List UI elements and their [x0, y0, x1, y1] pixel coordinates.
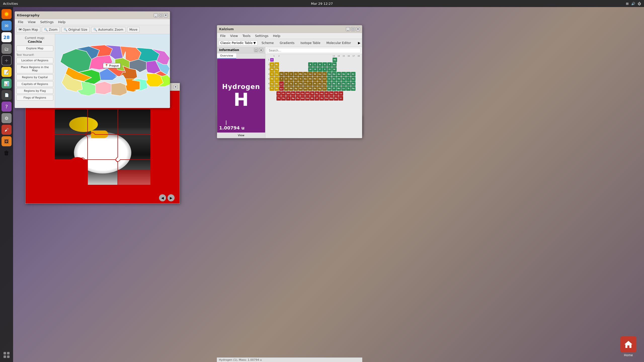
jigsaw-close-btn[interactable]: ✕	[174, 85, 178, 89]
kalzium-menu-tools[interactable]: Tools	[240, 33, 253, 38]
elem-U[interactable]: U	[286, 96, 291, 101]
elem-Bh[interactable]: Bh	[298, 86, 303, 91]
kgeo-map-area[interactable]: 📍 Prague	[55, 34, 170, 108]
kalzium-tab-isotope[interactable]: Isotope Table	[299, 40, 323, 46]
elem-Ac[interactable]: Ac*	[279, 86, 284, 91]
elem-Hs[interactable]: Hs	[303, 86, 308, 91]
elem-N[interactable]: N	[318, 62, 322, 67]
elem-Ho[interactable]: Ho	[319, 91, 324, 96]
dock-green-app[interactable]: 📊	[2, 78, 12, 88]
kgeo-menu-view[interactable]: View	[26, 20, 38, 24]
elem-Pt[interactable]: Pt	[313, 81, 317, 86]
elem-Es[interactable]: Es	[319, 96, 324, 101]
kgeo-explore-map-btn[interactable]: Explore Map	[16, 46, 53, 51]
jigsaw-prev-btn[interactable]: ◀	[159, 194, 166, 201]
elem-Pd[interactable]: Pd	[313, 77, 317, 81]
elem-Nh[interactable]: Nh	[327, 86, 332, 91]
dock-files[interactable]: 🗂	[2, 44, 12, 54]
elem-Nd[interactable]: Nd	[286, 91, 291, 96]
elem-Xe[interactable]: Xe	[351, 77, 355, 81]
elem-Ra[interactable]: Ra	[274, 86, 279, 91]
dock-firefox[interactable]	[2, 9, 12, 19]
elem-Ar[interactable]: Ar	[332, 67, 337, 72]
kgeo-regions-by-flag-btn[interactable]: Regions by Flag	[16, 88, 53, 94]
elem-Am[interactable]: Am	[300, 96, 305, 101]
elem-Pm[interactable]: Pm	[291, 91, 295, 96]
elem-No[interactable]: No	[334, 96, 338, 101]
jigsaw-next-btn[interactable]: ▶	[168, 194, 175, 201]
kalzium-menu-file[interactable]: File	[218, 33, 228, 38]
elem-Er[interactable]: Er	[324, 91, 329, 96]
elem-Rh[interactable]: Rh	[308, 77, 312, 81]
activities-label[interactable]: Activities	[3, 2, 18, 6]
kalzium-element-display[interactable]: Hydrogen H 1.00794 u	[217, 59, 265, 132]
elem-Lr[interactable]: Lr	[339, 96, 343, 101]
kalzium-info-restore-btn[interactable]: □	[254, 48, 258, 52]
elem-F[interactable]: F	[327, 62, 332, 67]
kgeo-maximize-btn[interactable]: □	[159, 13, 163, 17]
elem-Mn[interactable]: Mn	[298, 72, 303, 76]
elem-Cl[interactable]: Cl	[327, 67, 332, 72]
kalzium-tab-scheme[interactable]: Scheme	[260, 40, 276, 46]
elem-Tc[interactable]: Tc	[298, 77, 303, 81]
elem-Al[interactable]: Al	[308, 67, 313, 72]
elem-Cr[interactable]: Cr	[294, 72, 298, 76]
elem-Cs[interactable]: Cs	[270, 81, 274, 86]
dock-photos[interactable]: 🖼	[2, 136, 12, 146]
elem-Po[interactable]: Po	[341, 81, 346, 86]
elem-Pr[interactable]: Pr	[281, 91, 286, 96]
elem-Nb[interactable]: Nb	[289, 77, 293, 81]
elem-Se[interactable]: Se	[341, 72, 346, 76]
dock-trash[interactable]: 🗑	[2, 148, 12, 158]
kgeo-original-size-btn[interactable]: 🔍 Original Size	[61, 27, 90, 32]
dock-add[interactable]: +	[2, 55, 12, 65]
elem-Db[interactable]: Db	[289, 86, 293, 91]
elem-Hf[interactable]: Hf	[284, 81, 289, 86]
dock-text-editor[interactable]: 📄	[2, 90, 12, 100]
elem-Sr[interactable]: Sr	[274, 77, 279, 81]
elem-At[interactable]: At	[346, 81, 351, 86]
elem-Ts[interactable]: Ts	[346, 86, 351, 91]
kgeo-menu-settings[interactable]: Settings	[38, 20, 56, 24]
kgeo-minimize-btn[interactable]: _	[154, 13, 158, 17]
kalzium-view-btn[interactable]: View	[217, 132, 265, 138]
kalzium-menu-settings[interactable]: Settings	[253, 33, 270, 38]
elem-Pb[interactable]: Pb	[332, 81, 336, 86]
elem-Be[interactable]: Be	[274, 62, 279, 67]
elem-Ga[interactable]: Ga	[327, 72, 332, 76]
elem-Ne[interactable]: Ne	[332, 62, 337, 67]
kgeo-move-btn[interactable]: Move	[127, 27, 140, 32]
elem-Md[interactable]: Md	[329, 96, 334, 101]
elem-Ag[interactable]: Ag	[317, 77, 322, 81]
elem-As[interactable]: As	[337, 72, 341, 76]
elem-Fr[interactable]: Fr	[270, 86, 274, 91]
kgeo-open-map-btn[interactable]: 🗺 Open Map	[16, 27, 40, 32]
elem-Si[interactable]: Si	[313, 67, 317, 72]
home-folder[interactable]: Home	[620, 336, 636, 357]
elem-S[interactable]: S	[323, 67, 327, 72]
kgeo-close-btn[interactable]: ✕	[164, 13, 168, 17]
elem-Rn[interactable]: Rn	[351, 81, 355, 86]
elem-In[interactable]: In	[327, 77, 332, 81]
elem-Gd[interactable]: Gd	[305, 91, 310, 96]
elem-Ca[interactable]: Ca	[274, 72, 279, 76]
elem-H[interactable]: H	[270, 58, 274, 62]
elem-Fm[interactable]: Fm	[324, 96, 329, 101]
elem-Yb[interactable]: Yb	[334, 91, 338, 96]
kalzium-table-dropdown[interactable]: Classic Periodic Table ▼	[219, 40, 258, 46]
elem-Fl[interactable]: Fl	[332, 86, 336, 91]
kalzium-menu-help[interactable]: Help	[271, 33, 283, 38]
elem-Y[interactable]: Y	[279, 77, 284, 81]
kalzium-menu-view[interactable]: View	[228, 33, 240, 38]
elem-Sc[interactable]: Sc	[279, 72, 284, 76]
elem-Cm[interactable]: Cm	[305, 96, 310, 101]
elem-Mc[interactable]: Mc	[337, 86, 341, 91]
elem-Zn[interactable]: Zn	[322, 72, 327, 76]
elem-La[interactable]: La*	[279, 81, 284, 86]
kalzium-tab-molecular[interactable]: Molecular Editor	[325, 40, 353, 46]
elem-O[interactable]: O	[323, 62, 327, 67]
elem-Li[interactable]: Li	[270, 62, 274, 67]
elem-Tb[interactable]: Tb	[310, 91, 314, 96]
elem-Ge[interactable]: Ge	[332, 72, 336, 76]
elem-Sn[interactable]: Sn	[332, 77, 336, 81]
